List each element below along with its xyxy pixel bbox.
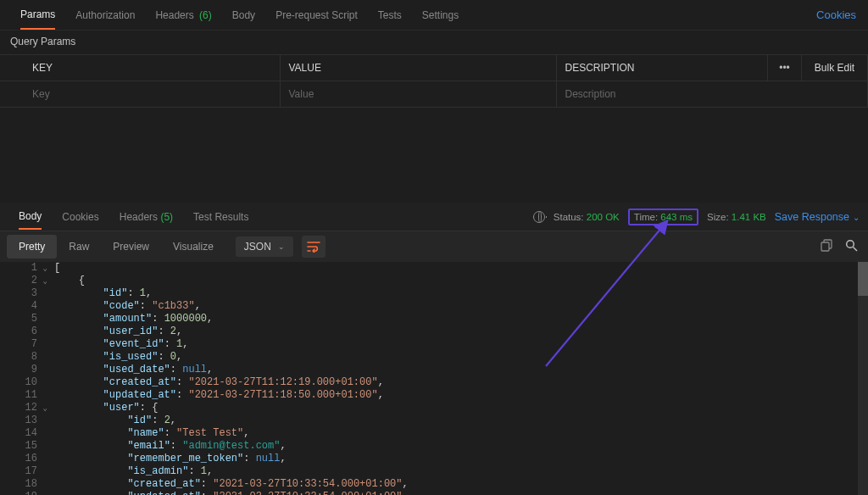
- view-pretty[interactable]: Pretty: [7, 235, 57, 259]
- col-description: DESCRIPTION: [556, 55, 768, 81]
- request-tabs: Params Authorization Headers (6) Body Pr…: [0, 0, 868, 31]
- cookies-link[interactable]: Cookies: [816, 0, 856, 31]
- param-description-input[interactable]: Description: [556, 81, 868, 108]
- param-value-input[interactable]: Value: [280, 81, 556, 108]
- tab-tests[interactable]: Tests: [368, 2, 412, 29]
- copy-icon[interactable]: [821, 239, 833, 254]
- tab-headers-label: Headers: [155, 9, 193, 21]
- fold-toggle[interactable]: ⌄: [43, 403, 47, 415]
- chevron-down-icon: ⌄: [853, 213, 860, 222]
- svg-rect-1: [821, 242, 829, 251]
- code-line: "is_admin": 1,: [54, 465, 409, 478]
- code-line: "id": 1,: [54, 287, 409, 300]
- chevron-down-icon: ⌄: [278, 242, 285, 251]
- wrap-lines-button[interactable]: [302, 236, 326, 258]
- save-response-button[interactable]: Save Response⌄: [775, 211, 860, 223]
- size-meta: Size: 1.41 KB: [707, 212, 766, 222]
- code-line: "created_at": "2021-03-27T11:12:19.000+0…: [54, 376, 409, 389]
- view-mode-group: Pretty Raw Preview Visualize: [7, 235, 225, 259]
- code-line: "is_used": 0,: [54, 351, 409, 364]
- response-tabs: Body Cookies Headers (5) Test Results St…: [0, 203, 868, 231]
- bulk-edit-button[interactable]: Bulk Edit: [802, 55, 868, 81]
- status-value: 200 OK: [587, 212, 620, 222]
- tab-params[interactable]: Params: [10, 1, 65, 30]
- code-line: "user_id": 2,: [54, 325, 409, 338]
- query-params-label: Query Params: [0, 31, 868, 54]
- code-line: "event_id": 1,: [54, 338, 409, 351]
- tab-body[interactable]: Body: [222, 2, 265, 29]
- code-line: "id": 2,: [54, 414, 409, 427]
- code-line: "updated_at": "2021-03-27T10:33:54.000+0…: [54, 491, 409, 495]
- time-meta: Time: 643 ms: [628, 209, 698, 225]
- code-line: "user": {: [54, 402, 409, 414]
- tab-headers-count: (6): [199, 9, 212, 21]
- status-meta: Status: 200 OK: [554, 212, 620, 222]
- code-line: {: [54, 275, 409, 287]
- code-line: "updated_at": "2021-03-27T11:18:50.000+0…: [54, 389, 409, 402]
- resp-tab-headers-label: Headers: [120, 211, 158, 223]
- col-key: KEY: [0, 55, 280, 81]
- fold-toggle[interactable]: ⌄: [43, 263, 47, 275]
- tab-pre-request[interactable]: Pre-request Script: [265, 2, 368, 29]
- resp-tab-cookies[interactable]: Cookies: [52, 204, 108, 230]
- size-value: 1.41 KB: [732, 212, 766, 222]
- code-line: "used_date": null,: [54, 364, 409, 376]
- wrap-icon: [307, 241, 320, 253]
- svg-line-3: [854, 248, 858, 252]
- code-line: "code": "c1b33",: [54, 300, 409, 313]
- spacer: [0, 108, 868, 203]
- view-raw[interactable]: Raw: [57, 235, 101, 259]
- code-line: "created_at": "2021-03-27T10:33:54.000+0…: [54, 478, 409, 491]
- format-select-label: JSON: [244, 241, 271, 253]
- line-gutter: 1⌄2⌄3456789101112⌄1314151617181920: [0, 262, 41, 495]
- response-view-bar: Pretty Raw Preview Visualize JSON ⌄: [0, 231, 868, 262]
- time-value: 643 ms: [660, 212, 693, 222]
- resp-tab-body[interactable]: Body: [8, 203, 52, 231]
- tab-headers[interactable]: Headers (6): [145, 2, 221, 29]
- col-actions[interactable]: •••: [768, 55, 802, 81]
- response-editor[interactable]: 1⌄2⌄3456789101112⌄1314151617181920 [ { "…: [0, 262, 868, 495]
- search-icon[interactable]: [845, 239, 858, 254]
- fold-toggle[interactable]: ⌄: [43, 275, 47, 288]
- scrollbar-thumb[interactable]: [858, 262, 868, 296]
- resp-tab-tests[interactable]: Test Results: [183, 204, 259, 230]
- tab-authorization[interactable]: Authorization: [65, 2, 145, 29]
- params-table: KEY VALUE DESCRIPTION ••• Bulk Edit Key …: [0, 54, 868, 108]
- code-line: "amount": 1000000,: [54, 313, 409, 325]
- svg-point-2: [847, 241, 854, 248]
- col-value: VALUE: [280, 55, 556, 81]
- view-visualize[interactable]: Visualize: [161, 235, 225, 259]
- param-key-input[interactable]: Key: [0, 81, 280, 108]
- resp-tab-headers[interactable]: Headers (5): [109, 204, 183, 230]
- tab-settings[interactable]: Settings: [412, 2, 469, 29]
- code-content[interactable]: [ { "id": 1, "code": "c1b33", "amount": …: [41, 262, 409, 495]
- scrollbar[interactable]: [858, 262, 868, 495]
- resp-tab-headers-count: (5): [160, 211, 173, 223]
- code-line: "name": "Test Test",: [54, 427, 409, 440]
- code-line: "remember_me_token": null,: [54, 453, 409, 465]
- view-preview[interactable]: Preview: [101, 235, 161, 259]
- code-line: [: [54, 262, 409, 275]
- param-row[interactable]: Key Value Description: [0, 81, 868, 108]
- code-line: "email": "admin@test.com",: [54, 440, 409, 453]
- format-select[interactable]: JSON ⌄: [236, 236, 293, 257]
- network-icon[interactable]: [533, 211, 545, 223]
